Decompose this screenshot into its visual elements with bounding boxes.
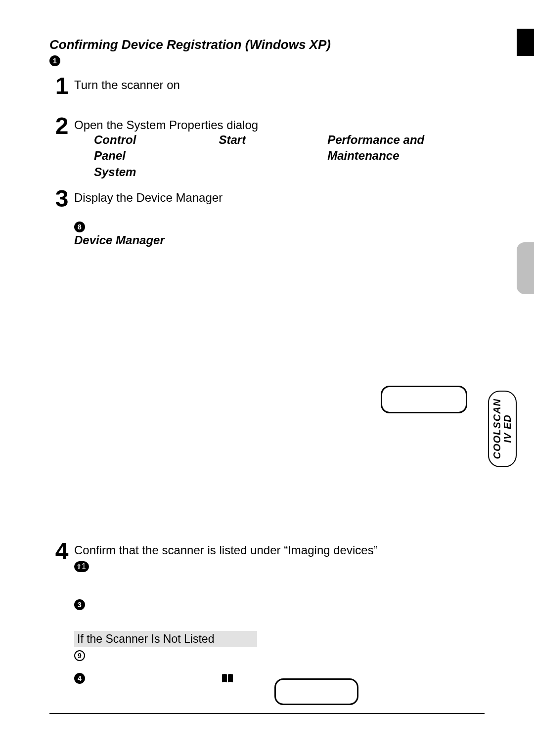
model-badge: COOLSCAN IV ED [488, 391, 517, 467]
svg-rect-0 [227, 674, 228, 682]
step-1: 1 Turn the scanner on [49, 76, 485, 96]
step-number: 4 [49, 541, 74, 562]
circled-9-icon: 9 [74, 650, 85, 661]
step-2: 2 Open the System Properties dialog Cont… [49, 116, 485, 180]
step-heading: Confirm that the scanner is listed under… [74, 543, 485, 557]
model-badge-text: COOLSCAN IV ED [492, 399, 513, 459]
footer-rule [49, 713, 485, 714]
page-tab-grey [517, 242, 534, 294]
pill-number: 1 [82, 562, 86, 571]
sub-bullet-3: 3 [74, 599, 485, 610]
step-heading: Display the Device Manager [74, 191, 485, 205]
step-3: 3 Display the Device Manager 8 Device Ma… [49, 189, 485, 247]
model-line1: COOLSCAN [491, 399, 502, 459]
sub-bullet-9: 9 [74, 650, 485, 661]
device-manager-label: Device Manager [74, 233, 485, 247]
not-listed-banner: If the Scanner Is Not Listed [74, 631, 257, 647]
step-number: 2 [49, 116, 74, 136]
start-label: Start [219, 132, 246, 164]
manual-page: COOLSCAN IV ED Confirming Device Registr… [0, 0, 534, 756]
section-title: Confirming Device Registration (Windows … [49, 37, 485, 52]
circled-4-icon: 4 [74, 673, 85, 684]
step-number: 1 [49, 76, 74, 96]
book-icon [221, 673, 234, 684]
step-text: System [74, 164, 485, 180]
perf-maint-label: Performance and Maintenance [327, 132, 485, 164]
step-4: 4 Confirm that the scanner is listed und… [49, 541, 485, 572]
step-heading: Open the System Properties dialog [74, 118, 485, 132]
step-text: Control Panel Start Performance and Main… [74, 132, 485, 164]
callout-box-large [381, 386, 467, 413]
circled-1-icon: 1 [49, 55, 60, 66]
pill-badge-icon: ⇧1 [74, 561, 89, 572]
step-heading: Turn the scanner on [74, 78, 485, 92]
circled-8-icon: 8 [74, 222, 85, 232]
step-number: 3 [49, 189, 74, 209]
control-panel-label: Control Panel [94, 132, 164, 164]
arrow-up-icon: ⇧ [76, 562, 82, 572]
system-label: System [94, 165, 136, 178]
circled-3-icon: 3 [74, 599, 85, 610]
page-tab-black [517, 29, 534, 56]
last-row: 4 [74, 673, 299, 684]
model-line2: IV ED [502, 415, 513, 443]
callout-box-mid [274, 678, 358, 705]
